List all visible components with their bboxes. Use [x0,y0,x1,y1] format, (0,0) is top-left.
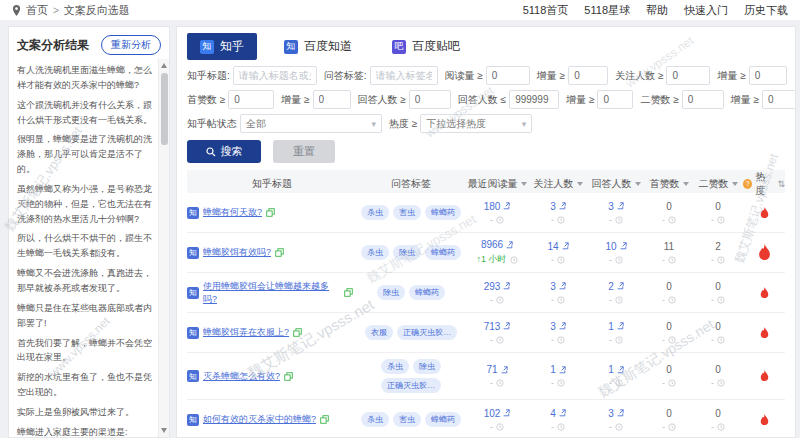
answers-value[interactable]: 3 [587,201,645,212]
follows-value[interactable]: 3 [529,281,587,292]
answers-delta-input[interactable] [597,90,633,109]
answers-min-input[interactable] [409,90,451,109]
first-likes-delta: - [645,335,693,345]
link-5118-planet[interactable]: 5118星球 [584,3,630,18]
heat-select[interactable]: 下拉选择热度▾ [420,114,532,133]
second-likes-min-input[interactable] [682,90,724,109]
tag-pill[interactable]: 除虫 [393,245,421,260]
sort-chevron-icon[interactable] [521,182,527,186]
column-header-5[interactable]: 回答人数 [587,177,645,191]
tag-pill[interactable]: 蟑螂药 [409,285,445,300]
column-header-3[interactable]: 最近阅读量 [465,177,529,191]
table-row: 知使用蟑螂胶饵会让蟑螂越来越多吗?除虫蟑螂药293-3-2-0-0- [187,273,785,313]
copy-icon[interactable] [284,372,293,381]
link-quickstart[interactable]: 快速入门 [684,3,728,18]
tag-pill[interactable]: 正确灭虫胶… [381,378,441,393]
tab-baidu-tieba[interactable]: 吧 百度贴吧 [379,33,473,60]
sidebar-scrollbar[interactable] [158,59,169,437]
reads-value[interactable]: 102 [465,408,529,419]
search-button[interactable]: 搜索 [187,140,261,163]
reads-delta-input[interactable] [568,66,608,85]
question-title-link[interactable]: 灭杀蟑螂怎么有效? [203,370,280,383]
answers-value[interactable]: 2 [587,281,645,292]
tag-pill[interactable]: 正确灭虫胶… [397,325,457,340]
question-title-link[interactable]: 使用蟑螂胶饵会让蟑螂越来越多吗? [203,280,340,306]
breadcrumb-home[interactable]: 首页 [26,3,48,18]
question-title-link[interactable]: 蟑螂胶饵弄在衣服上? [203,326,289,339]
link-5118-home[interactable]: 5118首页 [523,3,569,18]
scrollbar-thumb[interactable] [161,73,168,145]
copy-icon[interactable] [344,288,353,297]
tag-pill[interactable]: 杀虫 [381,359,409,374]
question-title-link[interactable]: 蟑螂胶饵有效吗? [203,246,271,259]
reads-value[interactable]: 713 [465,321,529,332]
follows-value[interactable]: 3 [529,201,587,212]
tab-baidu-zhidao[interactable]: 知 百度知道 [271,33,365,60]
reads-value[interactable]: 180 [465,201,529,212]
reads-min-input[interactable] [486,66,530,85]
answers-value[interactable]: 1 [587,321,645,332]
follows-delta-input[interactable] [749,66,787,85]
column-header-6[interactable]: 首赞数 [645,177,693,191]
reads-delta-input-group: 增量 ≥ [537,66,608,85]
tab-zhihu[interactable]: 知 知乎 [187,33,257,60]
copy-icon[interactable] [293,328,302,337]
follows-value[interactable]: 3 [529,321,587,332]
copy-icon[interactable] [320,415,329,424]
tag-pill[interactable]: 蟑螂药 [425,412,461,427]
reads-value[interactable]: 293 [465,281,529,292]
post-status-select[interactable]: 全部▾ [240,114,382,133]
answers-max-input[interactable] [509,90,559,109]
qa-tag-input[interactable] [370,66,438,85]
clock-icon [717,216,725,224]
tag-pill[interactable]: 杀虫 [361,412,389,427]
column-header-7[interactable]: 二赞数 [693,177,743,191]
analysis-text[interactable]: 有人洗洗碗机里面滋生蟑螂，怎么样才能有效的灭杀家中的蟑螂?这个跟洗碗机并没有什么… [9,59,158,437]
follows-value[interactable]: 1 [529,364,587,375]
tag-pill[interactable]: 衣服 [365,325,393,340]
column-header-4[interactable]: 关注人数 [529,177,587,191]
answers-delta: - [587,295,645,305]
tag-pill[interactable]: 杀虫 [361,245,389,260]
reset-button[interactable]: 重置 [273,140,335,163]
answers-value[interactable]: 3 [587,408,645,419]
scroll-down-icon[interactable] [161,428,167,433]
sort-chevron-icon[interactable] [635,182,641,186]
delta-text: - [662,422,665,432]
answers-value[interactable]: 1 [587,364,645,375]
tag-pill[interactable]: 杀虫 [361,205,389,220]
follows-value[interactable]: 4 [529,408,587,419]
question-title-link[interactable]: 蟑螂有何天敌? [203,206,262,219]
reanalyze-button[interactable]: 重新分析 [101,35,161,55]
second-likes-delta-input[interactable] [762,90,796,109]
link-help[interactable]: 帮助 [646,3,668,18]
follows-min-input[interactable] [666,66,710,85]
tag-pill[interactable]: 除虫 [377,285,405,300]
sort-updown-icon[interactable]: ⇅ [777,179,785,189]
clock-icon [510,256,518,264]
sort-chevron-icon[interactable] [683,182,689,186]
tag-pill[interactable]: 害虫 [393,205,421,220]
copy-icon[interactable] [266,208,275,217]
tag-pill[interactable]: 蟑螂药 [425,245,461,260]
sort-chevron-icon[interactable] [732,182,738,186]
column-header-8[interactable]: ?热度⇅ [743,170,785,198]
top-likes-min-input[interactable] [228,90,274,109]
delta-text: - [662,215,665,225]
tag-pill[interactable]: 害虫 [393,412,421,427]
sort-chevron-icon[interactable] [577,182,583,186]
top-likes-delta-input[interactable] [313,90,351,109]
reads-value[interactable]: 8966 [465,239,529,250]
tag-pill[interactable]: 除虫 [413,359,441,374]
answers-value[interactable]: 10 [587,241,645,252]
scroll-up-icon[interactable] [161,63,167,68]
sidebar-title: 文案分析结果 [17,37,89,54]
tag-pill[interactable]: 蟑螂药 [425,205,461,220]
zhihu-title-input[interactable] [233,66,317,85]
question-title-link[interactable]: 如何有效的灭杀家中的蟑螂? [203,413,316,426]
help-icon[interactable]: ? [743,179,752,189]
copy-icon[interactable] [275,248,284,257]
link-download-history[interactable]: 历史下载 [744,3,788,18]
follows-value[interactable]: 14 [529,241,587,252]
reads-value[interactable]: 71 [465,364,529,375]
